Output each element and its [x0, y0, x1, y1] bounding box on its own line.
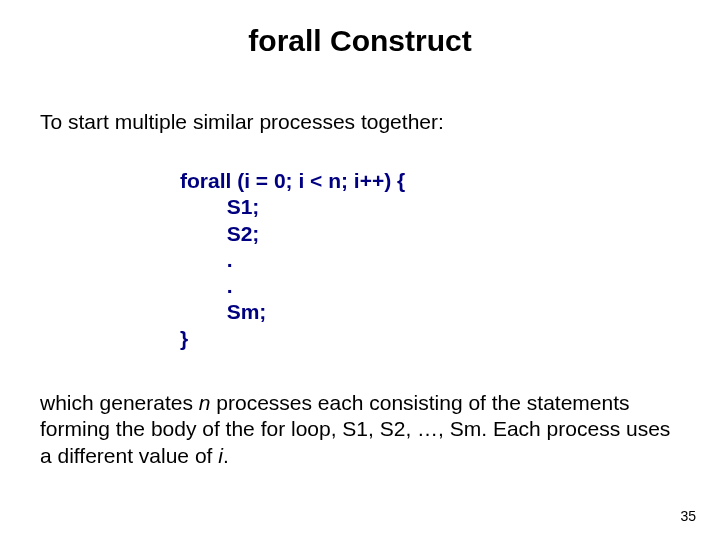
code-line-5: .: [180, 274, 233, 297]
code-line-6: Sm;: [180, 300, 266, 323]
desc-part-1: which generates: [40, 391, 199, 414]
code-line-3: S2;: [180, 222, 259, 245]
intro-text: To start multiple similar processes toge…: [40, 110, 680, 134]
slide: forall Construct To start multiple simil…: [0, 0, 720, 540]
code-line-4: .: [180, 248, 233, 271]
page-number: 35: [680, 508, 696, 524]
code-block: forall (i = 0; i < n; i++) { S1; S2; . .…: [180, 168, 405, 352]
desc-var-n: n: [199, 391, 211, 414]
description-text: which generates n processes each consist…: [40, 390, 680, 469]
slide-title: forall Construct: [0, 24, 720, 58]
desc-part-3: .: [223, 444, 229, 467]
code-line-1: forall (i = 0; i < n; i++) {: [180, 169, 405, 192]
code-line-7: }: [180, 327, 188, 350]
code-line-2: S1;: [180, 195, 259, 218]
